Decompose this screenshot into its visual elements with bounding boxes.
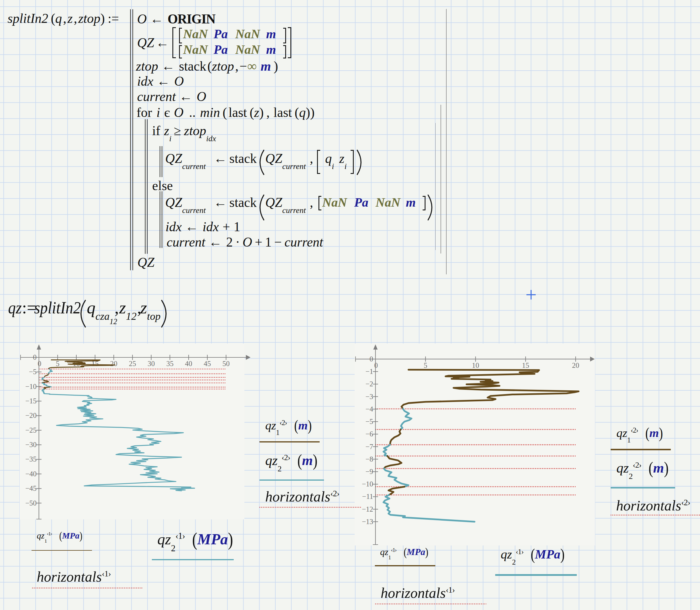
svg-text:10: 10: [472, 362, 479, 369]
svg-text:15: 15: [522, 362, 530, 369]
svg-text:−20: −20: [25, 412, 36, 419]
svg-text:45: 45: [204, 360, 211, 368]
svg-text:−3: −3: [365, 393, 373, 401]
svg-text:−13: −13: [362, 518, 373, 526]
svg-text:−45: −45: [25, 484, 36, 492]
svg-text:−1: −1: [365, 368, 373, 375]
svg-text:20: 20: [572, 362, 580, 369]
svg-text:20: 20: [110, 360, 117, 368]
svg-text:0: 0: [374, 362, 378, 369]
svg-text:−10: −10: [362, 480, 373, 488]
svg-text:−15: −15: [25, 397, 36, 405]
svg-text:−2: −2: [365, 380, 373, 388]
svg-text:5: 5: [424, 362, 427, 369]
svg-text:5: 5: [56, 360, 60, 368]
svg-text:−8: −8: [365, 455, 373, 463]
svg-text:−10: −10: [25, 383, 36, 390]
svg-text:−40: −40: [25, 470, 36, 478]
svg-text:−5: −5: [29, 368, 37, 375]
svg-text:35: 35: [166, 360, 174, 368]
svg-text:0: 0: [33, 353, 37, 361]
svg-text:−11: −11: [362, 493, 373, 500]
svg-text:−9: −9: [365, 468, 373, 476]
svg-text:−30: −30: [25, 441, 36, 449]
svg-text:25: 25: [129, 360, 136, 368]
svg-text:−12: −12: [362, 505, 373, 513]
svg-text:−6: −6: [365, 430, 373, 438]
svg-text:0: 0: [37, 360, 42, 368]
svg-text:50: 50: [223, 360, 230, 368]
svg-text:−5: −5: [365, 418, 373, 426]
svg-text:−35: −35: [25, 455, 36, 463]
svg-text:−4: −4: [365, 405, 373, 413]
svg-text:30: 30: [148, 360, 155, 368]
svg-text:0: 0: [370, 355, 373, 363]
svg-text:−25: −25: [25, 426, 36, 434]
svg-text:40: 40: [185, 360, 192, 368]
svg-text:−50: −50: [25, 499, 36, 507]
svg-text:−7: −7: [365, 443, 373, 451]
